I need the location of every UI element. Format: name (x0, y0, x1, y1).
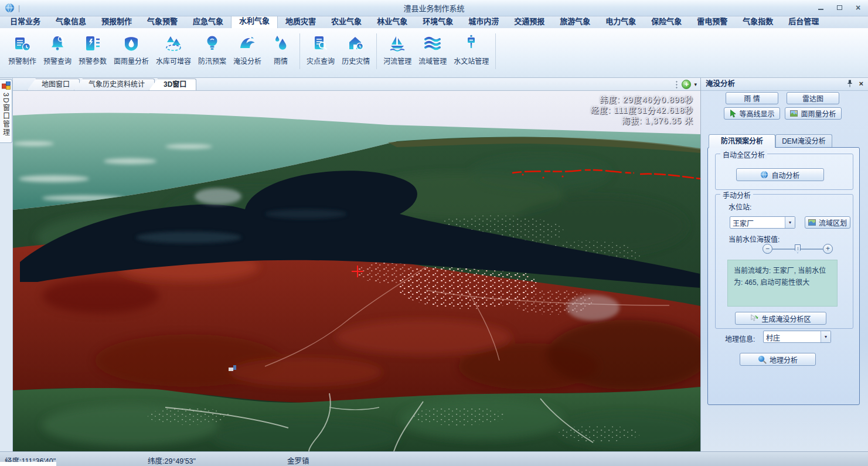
geo-info-select[interactable]: 村庄 ▾ (763, 331, 831, 343)
basin-management-icon (423, 34, 442, 53)
ribbon-basin-management-button[interactable]: 流域管理 (415, 32, 450, 67)
tab-3d-window[interactable]: 3D窗口 (149, 79, 196, 90)
titlebar: | 澧县业务制作系统 × (0, 0, 868, 16)
area-rainfall-icon (122, 34, 141, 53)
ribbon-river-management-button[interactable]: 河流管理 (380, 32, 415, 67)
warning-params-icon (83, 34, 102, 53)
ribbon-submerge-analysis-button[interactable]: 淹没分析 (230, 32, 265, 67)
statusbar: 经度:111°36'40" 纬度:29°49'53" 金罗镇 (0, 451, 868, 466)
3d-terrain-viewport[interactable]: 纬度: 29度46分0.898秒 经度: 111度31分42.618秒 海拔: … (13, 91, 700, 451)
ribbon-group-separator (495, 33, 496, 69)
picture-icon (790, 110, 798, 117)
tab-list-dropdown-icon[interactable]: ▾ (694, 81, 697, 87)
window-minimize-button[interactable] (816, 4, 825, 12)
panel-title: 淹没分析 (701, 78, 868, 91)
basin-zoning-button[interactable]: 流域区划 (805, 216, 850, 229)
titlebar-separator: | (18, 4, 20, 12)
pointer-action-icon (750, 314, 758, 322)
ribbon-reservoir-capacity-button[interactable]: 水库可增容 (152, 32, 195, 67)
slider-thumb[interactable] (795, 244, 801, 253)
geo-info-label: 地理信息: (725, 334, 755, 343)
ribbon-toolbar: 预警制作 预警查询 预警参数 面雨量分析 水库可增容 防汛预案 淹没分析 雨情 … (0, 28, 868, 78)
chevron-down-icon[interactable]: ▾ (821, 331, 830, 342)
reservoir-capacity-icon (164, 34, 183, 53)
window-close-button[interactable]: × (854, 4, 862, 12)
elevation-readout: 海拔: 1,376.35 米 (591, 116, 693, 127)
document-tab-bar: 地图窗口 气象历史资料统计 3D窗口 + ▾ (13, 78, 700, 91)
tab-flood-plan-analysis[interactable]: 防汛预案分析 (709, 134, 775, 148)
document-area: 地图窗口 气象历史资料统计 3D窗口 + ▾ (13, 78, 700, 451)
ribbon-group-separator (376, 33, 377, 69)
submerge-analysis-panel: 淹没分析 × 雨 情 雷达图 等高线显示 面雨量分析 防汛预案分析 DEM淹没分… (700, 78, 868, 451)
tab-dem-submerge-analysis[interactable]: DEM淹没分析 (775, 134, 832, 148)
3d-window-manager-tab[interactable]: 3D窗口管理 (0, 79, 12, 143)
station-label: 水位站: (729, 202, 751, 212)
contour-display-button[interactable]: 等高线显示 (724, 107, 780, 120)
ribbon-hydrostation-management-button[interactable]: 水文站管理 (450, 32, 492, 67)
3d-window-manager-label: 3D窗口管理 (1, 93, 11, 137)
status-town: 金罗镇 (287, 455, 309, 466)
ribbon-rain-condition-button[interactable]: 雨情 (265, 32, 297, 67)
status-latitude: 纬度:29°49'53" (148, 455, 196, 466)
ribbon-warning-query-button[interactable]: 预警查询 (40, 32, 75, 67)
ribbon-warning-create-button[interactable]: 预警制作 (5, 32, 40, 67)
ribbon-area-rainfall-button[interactable]: 面雨量分析 (110, 32, 152, 67)
radar-chart-button[interactable]: 雷达图 (787, 92, 839, 104)
workspace: 3D窗口管理 地图窗口 气象历史资料统计 3D窗口 + ▾ (0, 78, 868, 451)
minimize-icon (818, 9, 823, 10)
longitude-readout: 经度: 111度31分42.618秒 (591, 106, 693, 116)
map-thumbnail-icon (808, 219, 816, 226)
geo-analysis-button[interactable]: 地理分析 (740, 353, 816, 366)
ribbon-historical-disasters-button[interactable]: 历史灾情 (338, 32, 373, 67)
coordinate-readout: 纬度: 29度46分0.898秒 经度: 111度31分42.618秒 海拔: … (591, 95, 693, 127)
river-management-icon (388, 34, 407, 53)
tabbar-grip-handle[interactable] (675, 80, 679, 89)
window-layers-icon (2, 81, 11, 90)
latitude-readout: 纬度: 29度46分0.898秒 (591, 95, 693, 106)
maximize-icon (837, 5, 842, 10)
chevron-down-icon[interactable]: ▾ (785, 217, 795, 228)
3d-terrain-render (13, 91, 700, 451)
warning-query-icon (48, 34, 67, 53)
hydrostation-management-icon (462, 34, 481, 53)
water-level-slider: − + (763, 244, 833, 254)
pin-icon[interactable] (847, 80, 853, 87)
rain-condition-icon (271, 34, 290, 53)
slider-decrease-button[interactable]: − (763, 244, 772, 254)
generate-submerge-area-button[interactable]: 生成淹没分析区 (735, 312, 826, 325)
warning-create-icon (13, 34, 32, 53)
ribbon-disaster-point-query-button[interactable]: 灾点查询 (303, 32, 338, 67)
add-tab-button[interactable]: + (682, 80, 691, 89)
historical-disasters-icon (346, 34, 365, 53)
cursor-arrow-icon (729, 110, 736, 118)
submerge-analysis-icon (238, 34, 257, 53)
station-select[interactable]: 王家厂 ▾ (730, 216, 795, 229)
window-maximize-button[interactable] (835, 4, 843, 12)
disaster-point-query-icon (311, 34, 330, 53)
ribbon-group-separator (299, 33, 300, 69)
area-rainfall-panel-button[interactable]: 面雨量分析 (785, 107, 842, 120)
ribbon-warning-params-button[interactable]: 预警参数 (75, 32, 110, 67)
globe-icon (760, 171, 768, 179)
menubar: 日常业务 气象信息 预报制作 气象预警 应急气象 水利气象 地质灾害 农业气象 … (0, 16, 868, 28)
magnifier-sphere-icon (758, 355, 767, 364)
rain-condition-panel-button[interactable]: 雨 情 (726, 92, 778, 104)
flood-plan-icon (203, 34, 222, 53)
tab-map-window[interactable]: 地图窗口 (27, 79, 80, 90)
auto-analyze-button[interactable]: 自动分析 (736, 168, 824, 181)
app-globe-icon (5, 3, 15, 13)
slider-increase-button[interactable]: + (823, 244, 833, 254)
bottom-corner-strip (0, 462, 56, 466)
ribbon-flood-plan-button[interactable]: 防汛预案 (195, 32, 230, 67)
tab-weather-history-stats[interactable]: 气象历史资料统计 (74, 79, 155, 90)
panel-close-button[interactable]: × (859, 80, 863, 87)
left-dock-strip: 3D窗口管理 (0, 78, 13, 451)
analysis-result-text: 当前流域为: 王家厂, 当前水位为: 465, 启动可能性很大 (727, 260, 838, 307)
water-level-label: 当前水位海拔值: (729, 234, 780, 244)
window-title: 澧县业务制作系统 (403, 2, 464, 13)
